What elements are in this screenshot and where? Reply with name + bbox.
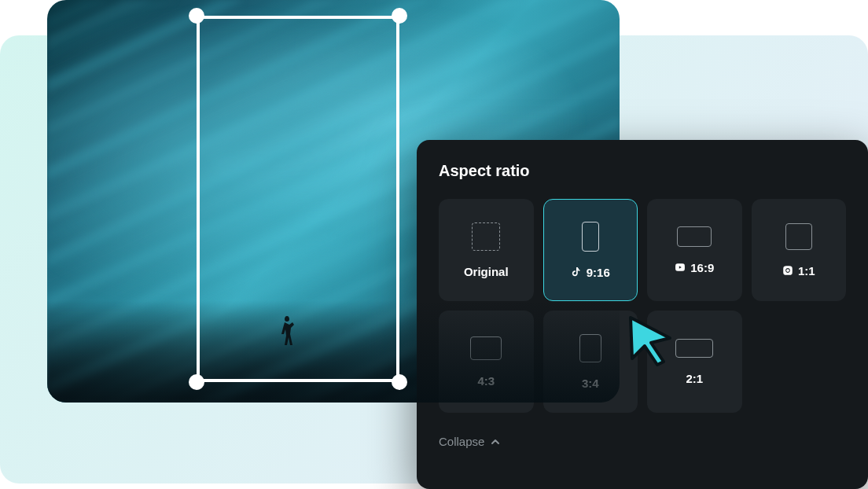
ratio-label: Original <box>464 265 509 278</box>
ratio-label: 9:16 <box>571 266 610 279</box>
ratio-tile-original[interactable]: Original <box>439 199 534 301</box>
ratio-label: 1:1 <box>782 264 815 278</box>
ratio-tile-1-1[interactable]: 1:1 <box>752 199 847 301</box>
collapse-label: Collapse <box>439 435 484 448</box>
crop-frame[interactable] <box>197 16 399 382</box>
ratio-shape-icon <box>472 222 500 251</box>
ratio-shape-icon <box>582 222 599 252</box>
ratio-shape-icon <box>785 223 812 250</box>
collapse-button[interactable]: Collapse <box>439 428 846 448</box>
ratio-tile-16-9[interactable]: 16:9 <box>647 199 742 301</box>
crop-handle-bottom-right[interactable] <box>392 374 407 390</box>
crop-handle-bottom-left[interactable] <box>189 374 204 390</box>
ratio-tile-2-1[interactable]: 2:1 <box>647 311 742 413</box>
instagram-icon <box>782 265 793 276</box>
crop-handle-top-right[interactable] <box>392 8 407 24</box>
ratio-tile-9-16[interactable]: 9:16 <box>543 199 638 301</box>
tiktok-icon <box>571 267 582 278</box>
youtube-icon <box>675 262 686 273</box>
ratio-shape-icon <box>677 226 712 247</box>
chevron-up-icon <box>491 437 500 447</box>
ratio-shape-icon <box>675 339 713 358</box>
ratio-label: 2:1 <box>686 372 703 385</box>
crop-handle-top-left[interactable] <box>189 8 204 24</box>
panel-title: Aspect ratio <box>439 162 846 180</box>
ratio-label: 16:9 <box>675 261 714 274</box>
